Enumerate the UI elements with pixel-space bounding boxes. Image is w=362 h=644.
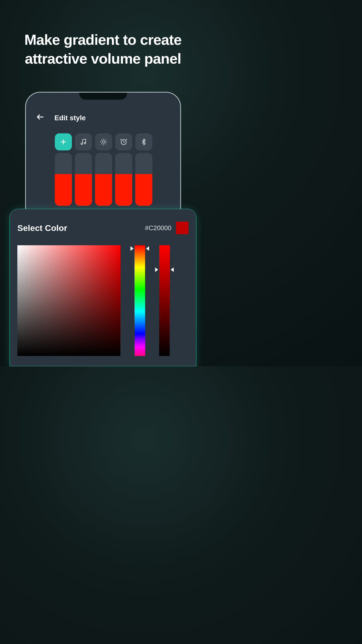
svg-line-12 [101, 144, 102, 144]
svg-point-3 [81, 143, 82, 144]
volume-slider[interactable] [135, 153, 152, 206]
music-button[interactable] [75, 133, 92, 150]
volume-slider-fill [75, 174, 92, 206]
value-slider-handle[interactable] [155, 267, 174, 272]
volume-slider-fill [135, 174, 152, 206]
action-row [26, 123, 180, 150]
picker-title: Select Color [17, 223, 67, 233]
volume-sliders [26, 150, 180, 206]
value-slider[interactable] [159, 245, 170, 356]
volume-slider[interactable] [115, 153, 132, 206]
volume-slider[interactable] [75, 153, 92, 206]
volume-slider-fill [55, 174, 72, 206]
hex-value: #C20000 [145, 224, 171, 232]
brightness-button[interactable] [95, 133, 112, 150]
alarm-button[interactable] [115, 133, 132, 150]
bluetooth-button[interactable] [135, 133, 152, 150]
add-button[interactable] [55, 133, 72, 150]
color-picker-panel: Select Color #C20000 [10, 209, 196, 366]
picker-header: Select Color #C20000 [17, 222, 189, 234]
volume-slider-fill [95, 174, 112, 206]
volume-slider[interactable] [55, 153, 72, 206]
back-arrow-icon[interactable] [36, 113, 44, 123]
hue-slider[interactable] [134, 245, 145, 356]
phone-notch [79, 93, 127, 100]
volume-slider[interactable] [95, 153, 112, 206]
svg-line-13 [105, 140, 106, 140]
svg-point-4 [84, 142, 85, 144]
color-swatch [176, 222, 189, 234]
svg-point-5 [102, 141, 105, 143]
volume-slider-fill [115, 174, 132, 206]
svg-line-9 [105, 144, 106, 144]
saturation-value-picker[interactable] [17, 245, 120, 356]
svg-line-8 [101, 140, 102, 140]
hue-slider-handle[interactable] [130, 246, 149, 251]
app-title: Edit style [55, 114, 86, 122]
headline: Make gradient to create attractive volum… [0, 0, 206, 68]
